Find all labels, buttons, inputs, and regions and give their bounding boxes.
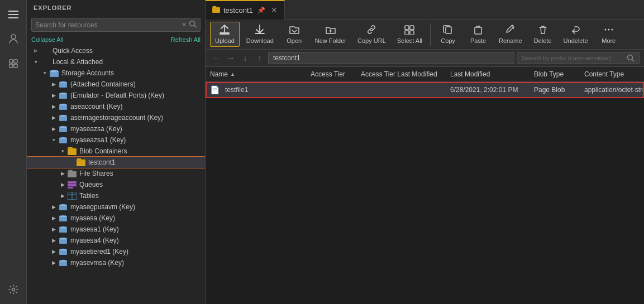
new-folder-button[interactable]: New Folder	[311, 22, 351, 46]
col-header-name[interactable]: Name ▲	[210, 70, 311, 78]
copy-icon	[442, 25, 454, 36]
tab-close-button[interactable]: ✕	[271, 6, 278, 15]
col-header-access-modified[interactable]: Access Tier Last Modified	[361, 70, 450, 78]
last-modified-cell: 6/28/2021, 2:02:01 PM	[450, 86, 534, 94]
col-name-label: Name	[210, 70, 228, 78]
arrow-icon: ▶	[49, 104, 58, 109]
col-header-access-tier[interactable]: Access Tier	[311, 70, 361, 78]
tree-item-myaseazsa1[interactable]: ▾ myaseazsa1 (Key)	[27, 134, 205, 146]
search-prefix-bar[interactable]	[517, 52, 640, 64]
download-button[interactable]: Download	[242, 22, 278, 46]
folder-icon	[40, 57, 50, 66]
copy-url-label: Copy URL	[357, 37, 386, 44]
arrow-icon: ▶	[49, 126, 58, 132]
rename-label: Rename	[499, 37, 522, 44]
upload-icon	[219, 25, 230, 36]
svg-rect-51	[410, 26, 414, 30]
search-button[interactable]	[189, 20, 197, 30]
back-button[interactable]: ←	[210, 52, 222, 64]
tree-item-myasetiered1[interactable]: ▶ myasetiered1 (Key)	[27, 246, 205, 257]
tree-item-aseimagestorageaccount[interactable]: ▶ aseimagestorageaccount (Key)	[27, 112, 205, 123]
tree-item-label: myaseazsa (Key)	[70, 125, 122, 133]
tree-item-local-attached[interactable]: ▾ Local & Attached	[27, 56, 205, 67]
col-access-tier-label: Access Tier	[311, 70, 345, 78]
tree-item-myasesa[interactable]: ▶ myasesa (Key)	[27, 213, 205, 224]
tables-icon	[67, 191, 77, 200]
delete-label: Delete	[534, 37, 552, 44]
delete-button[interactable]: Delete	[529, 22, 557, 46]
col-header-last-modified[interactable]: Last Modified	[450, 70, 534, 78]
tree-item-testcont1[interactable]: testcont1	[27, 157, 205, 168]
explorer-panel: EXPLORER ✕ Collapse All Refresh All ⊳ Qu…	[27, 0, 206, 304]
copy-button[interactable]: Copy	[434, 22, 462, 46]
tree-item-queues[interactable]: ▶ Queues	[27, 179, 205, 190]
svg-rect-53	[410, 31, 414, 35]
upload-button[interactable]: Upload	[210, 22, 240, 47]
svg-rect-7	[14, 64, 17, 67]
svg-rect-31	[68, 184, 77, 186]
arrow-icon: ▶	[49, 93, 58, 98]
arrow-icon: ▾	[49, 137, 58, 143]
tree-item-emulator[interactable]: ▶ (Emulator - Default Ports) (Key)	[27, 90, 205, 101]
tree-item-tables[interactable]: ▶ Tables	[27, 190, 205, 201]
pin-icon[interactable]: 📌	[257, 7, 265, 14]
tree-item-myasevmsa[interactable]: ▶ myasevmsa (Key)	[27, 257, 205, 268]
tree-item-label: (Emulator - Default Ports) (Key)	[70, 91, 164, 99]
search-clear-icon[interactable]: ✕	[182, 21, 187, 28]
collapse-all-button[interactable]: Collapse All	[31, 36, 63, 43]
tree-item-storage-accounts[interactable]: ▾ Storage Accounts	[27, 67, 205, 79]
more-button[interactable]: More	[595, 22, 623, 46]
tree-item-label: aseaccount (Key)	[70, 103, 122, 110]
tree-item-label: Local & Attached	[53, 58, 103, 66]
open-button[interactable]: Open	[280, 22, 308, 46]
col-header-blob-type[interactable]: Blob Type	[534, 70, 584, 78]
svg-rect-2	[8, 17, 18, 18]
tree-item-myasesa1[interactable]: ▶ myasesa1 (Key)	[27, 224, 205, 235]
tree-item-label: testcont1	[88, 158, 116, 166]
plugin-icon[interactable]	[3, 54, 23, 74]
settings-icon[interactable]	[3, 279, 23, 300]
search-input[interactable]	[35, 21, 182, 29]
tree-item-myaseazsa[interactable]: ▶ myaseazsa (Key)	[27, 123, 205, 134]
queues-icon	[67, 180, 77, 189]
forward-button[interactable]: →	[225, 52, 237, 64]
arrow-icon: ▶	[49, 81, 58, 87]
tree-item-myasegpusavm[interactable]: ▶ myasegpusavm (Key)	[27, 201, 205, 213]
paste-button[interactable]: Paste	[464, 22, 492, 46]
search-bar[interactable]: ✕	[31, 18, 201, 32]
menu-icon[interactable]	[3, 4, 23, 25]
col-header-content-type[interactable]: Content Type	[584, 70, 644, 78]
svg-rect-6	[9, 64, 13, 67]
storage-icon	[58, 247, 68, 256]
tree-item-blob-containers[interactable]: ▾ Blob Containers	[27, 146, 205, 157]
select-all-button[interactable]: Select All	[393, 22, 427, 46]
tab-testcont1[interactable]: testcont1 📌 ✕	[206, 0, 285, 20]
svg-point-39	[59, 215, 67, 218]
svg-point-19	[59, 115, 67, 117]
tree-item-myasesa4[interactable]: ▶ myasesa4 (Key)	[27, 235, 205, 246]
select-all-label: Select All	[397, 37, 422, 44]
tree-item-label: File Shares	[79, 170, 113, 177]
table-row[interactable]: 📄 testfile1 6/28/2021, 2:02:01 PM Page B…	[206, 82, 644, 98]
arrow-icon: ▶	[49, 260, 58, 266]
tree-item-file-shares[interactable]: ▶ File Shares	[27, 168, 205, 179]
down-button[interactable]: ↓	[239, 52, 251, 64]
tree-item-quick-access[interactable]: ⊳ Quick Access	[27, 45, 205, 56]
up-button[interactable]: ↑	[254, 52, 266, 64]
file-icon: 📄	[210, 85, 220, 94]
storage-icon	[58, 202, 68, 211]
undelete-button[interactable]: Undelete	[559, 22, 593, 46]
refresh-all-button[interactable]: Refresh All	[171, 36, 201, 43]
rename-button[interactable]: Rename	[494, 22, 527, 46]
tree-item-attached-containers[interactable]: ▶ (Attached Containers)	[27, 79, 205, 90]
user-icon[interactable]	[3, 29, 23, 49]
content-type-value: application/octet-stream	[584, 86, 644, 94]
tree-item-aseaccount[interactable]: ▶ aseaccount (Key)	[27, 101, 205, 112]
blob-type-value: Page Blob	[534, 86, 565, 94]
search-prefix-input[interactable]	[522, 54, 627, 62]
toolbar: Upload Download Open	[206, 20, 644, 50]
copy-url-button[interactable]: Copy URL	[353, 22, 390, 46]
undelete-label: Undelete	[564, 37, 588, 44]
download-label: Download	[246, 37, 274, 44]
svg-point-41	[59, 226, 67, 229]
